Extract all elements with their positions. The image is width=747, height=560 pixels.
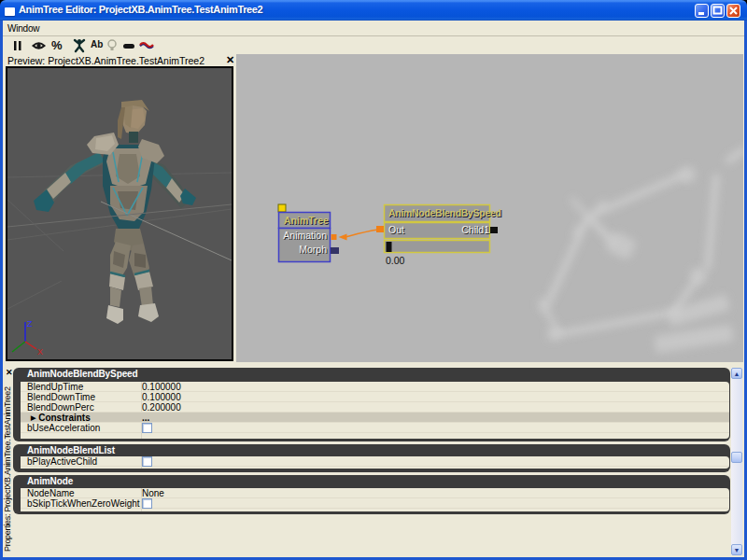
svg-text:0.00: 0.00 <box>386 255 405 266</box>
svg-text:Animation: Animation <box>283 230 327 241</box>
svg-text:Ab: Ab <box>91 39 103 49</box>
svg-text:Out: Out <box>388 224 404 235</box>
svg-text:Z: Z <box>27 319 33 329</box>
svg-text:X: X <box>37 347 43 357</box>
svg-text:AnimTree: AnimTree <box>284 215 329 226</box>
svg-text:Morph: Morph <box>299 244 327 255</box>
svg-text:AnimNodeBlendBySpeed: AnimNodeBlendBySpeed <box>388 207 501 218</box>
svg-text:Child1: Child1 <box>461 224 489 235</box>
svg-text:%: % <box>51 38 63 52</box>
